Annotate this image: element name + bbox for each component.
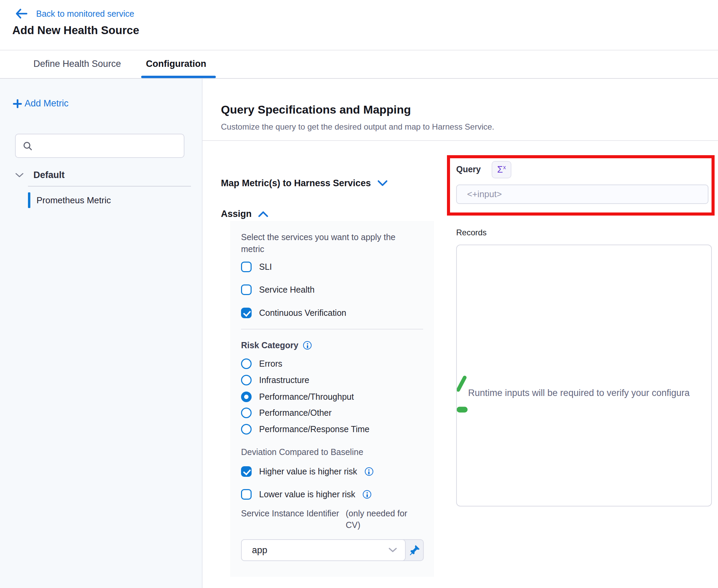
assign-section-label: Assign	[221, 209, 252, 219]
back-link-label: Back to monitored service	[36, 9, 134, 19]
radio-icon	[241, 375, 252, 385]
section-heading: Query Specifications and Mapping	[221, 103, 411, 116]
service-instance-header: Service Instance Identifier (only needed…	[241, 508, 423, 531]
assign-section-toggle[interactable]: Assign	[221, 209, 269, 219]
radio-icon	[241, 424, 252, 435]
sidebar-item-prometheus-metric[interactable]: Prometheus Metric	[28, 192, 111, 208]
service-instance-label: Service Instance Identifier	[241, 508, 346, 531]
checkbox-label: Service Health	[259, 285, 315, 295]
radio-icon	[241, 358, 252, 369]
checkbox-icon	[241, 284, 252, 295]
service-instance-value: app	[252, 545, 267, 556]
radio-performance-throughput[interactable]: Performance/Throughput	[241, 391, 354, 402]
checkbox-checked-icon	[241, 308, 252, 318]
chevron-up-icon	[258, 210, 269, 218]
map-metrics-section-label: Map Metric(s) to Harness Services	[221, 178, 371, 189]
risk-category-header: Risk Category	[241, 340, 312, 350]
plus-icon	[13, 99, 22, 108]
checkbox-service-health[interactable]: Service Health	[241, 284, 315, 295]
selected-metric-indicator	[28, 192, 30, 208]
service-instance-note: (only needed for CV)	[346, 508, 423, 531]
page-title: Add New Health Source	[12, 24, 139, 37]
checkbox-label: SLI	[259, 262, 272, 272]
checkbox-checked-icon	[241, 466, 252, 477]
radio-infrastructure[interactable]: Infrastructure	[241, 374, 309, 386]
search-icon	[23, 141, 33, 151]
radio-selected-icon	[241, 392, 252, 402]
deviation-header: Deviation Compared to Baseline	[241, 447, 363, 457]
sigma-sup: x	[503, 164, 506, 171]
checkbox-higher-value-risk[interactable]: Higher value is higher risk	[241, 466, 373, 477]
service-instance-dropdown[interactable]: app	[241, 539, 406, 561]
checkbox-icon	[241, 262, 252, 272]
pushpin-icon	[409, 544, 420, 556]
services-prompt: Select the services you want to apply th…	[241, 231, 421, 255]
chevron-down-icon	[377, 180, 388, 187]
radio-label: Performance/Response Time	[259, 424, 370, 434]
info-icon[interactable]	[365, 467, 373, 476]
tab-define-health-source[interactable]: Define Health Source	[33, 59, 121, 69]
records-label: Records	[456, 228, 487, 237]
metric-name: Prometheus Metric	[36, 195, 111, 206]
radio-label: Performance/Other	[259, 408, 332, 418]
service-instance-field: app	[241, 539, 424, 561]
sidebar-group-default[interactable]: Default	[15, 170, 65, 180]
radio-label: Performance/Throughput	[259, 392, 354, 402]
add-metric-button[interactable]: Add Metric	[13, 98, 69, 109]
info-icon[interactable]	[363, 490, 371, 499]
radio-label: Infrastructure	[259, 375, 309, 385]
group-label: Default	[33, 170, 65, 180]
checkbox-icon	[241, 489, 252, 500]
pin-runtime-input-button[interactable]	[406, 540, 423, 560]
runtime-inputs-message: Runtime inputs will be required to verif…	[468, 388, 690, 398]
active-tab-underline	[141, 76, 216, 78]
checkbox-label: Higher value is higher risk	[259, 467, 357, 476]
checkbox-continuous-verification[interactable]: Continuous Verification	[241, 307, 346, 319]
radio-performance-other[interactable]: Performance/Other	[241, 407, 332, 418]
checkbox-label: Continuous Verification	[259, 308, 346, 318]
back-arrow-icon	[15, 9, 28, 19]
query-input[interactable]: <+input>	[456, 185, 708, 204]
query-label: Query	[456, 164, 481, 174]
risk-category-label: Risk Category	[241, 340, 298, 350]
radio-errors[interactable]: Errors	[241, 358, 282, 369]
checkbox-lower-value-risk[interactable]: Lower value is higher risk	[241, 488, 371, 500]
query-value: <+input>	[467, 189, 502, 200]
radio-performance-response-time[interactable]: Performance/Response Time	[241, 423, 370, 435]
map-metrics-section-toggle[interactable]: Map Metric(s) to Harness Services	[221, 178, 388, 189]
metric-search-input[interactable]	[15, 134, 184, 158]
radio-icon	[241, 408, 252, 418]
panel-divider	[241, 329, 423, 329]
section-subheading: Customize the query to get the desired o…	[221, 122, 494, 132]
info-icon[interactable]	[303, 341, 312, 350]
tab-configuration[interactable]: Configuration	[146, 59, 206, 69]
add-metric-label: Add Metric	[25, 98, 69, 109]
heading-divider	[203, 140, 718, 141]
chevron-down-icon	[15, 172, 24, 178]
records-panel: Runtime inputs will be required to verif…	[456, 245, 712, 506]
checkbox-sli[interactable]: SLI	[241, 261, 272, 273]
tab-bar: Define Health Source Configuration	[0, 51, 718, 79]
chevron-down-icon	[388, 547, 398, 553]
sigma-icon: Σ	[497, 164, 503, 175]
group-divider	[28, 186, 191, 187]
checkbox-label: Lower value is higher risk	[259, 489, 355, 499]
expression-builder-button[interactable]: Σ x	[492, 161, 511, 178]
assign-panel: Select the services you want to apply th…	[230, 221, 434, 577]
radio-label: Errors	[259, 359, 282, 369]
back-link[interactable]: Back to monitored service	[15, 6, 134, 21]
